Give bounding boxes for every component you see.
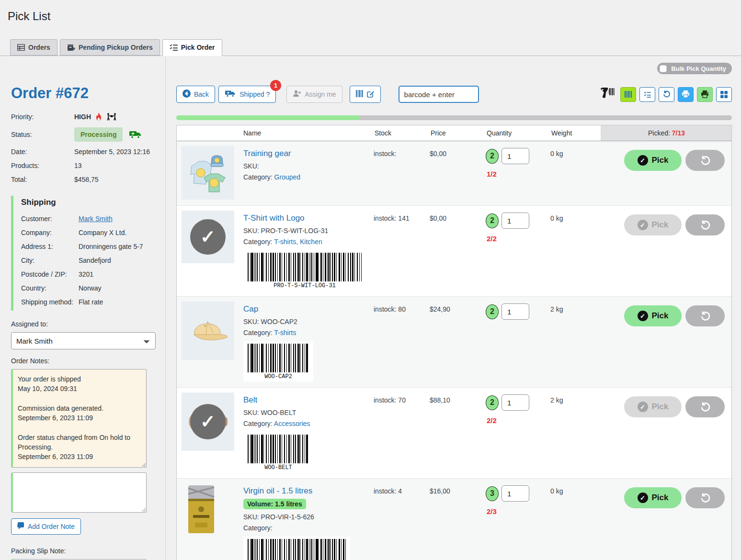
date-row: Date: September 5, 2023 12:16 (11, 148, 157, 156)
col-weight: Weight (550, 125, 601, 141)
stock-value: instock: 141 (374, 206, 430, 296)
barcode-image: PRO-T-S-WIT-LOG-31 (243, 250, 366, 291)
quantity-badge: 2 (486, 149, 499, 164)
price-value: $0,00 (430, 141, 486, 205)
price-value: $88,10 (430, 388, 486, 478)
pick-button[interactable]: ✓Pick (624, 305, 682, 326)
back-button[interactable]: Back (176, 86, 215, 103)
undo-pick-button[interactable] (685, 214, 725, 235)
undo-pick-button[interactable] (685, 487, 725, 508)
picked-fraction: 2/2 (487, 416, 550, 425)
tab-pick-order[interactable]: Pick Order (162, 39, 222, 56)
picked-fraction (487, 325, 550, 333)
undo-pick-button[interactable] (685, 150, 725, 171)
quantity-input[interactable] (502, 213, 529, 229)
pick-button[interactable]: ✓Pick (624, 396, 682, 417)
barcode-label: WOO-CAP2 (248, 372, 309, 380)
country-label: Country: (21, 284, 79, 292)
barcode-input[interactable] (399, 86, 479, 103)
shipped-button[interactable]: Shipped ? 1 (218, 86, 276, 103)
barcode-label: PRO-T-S-WIT-LOG-31 (248, 281, 362, 289)
check-circle-icon: ✓ (638, 220, 648, 230)
back-label: Back (194, 90, 209, 98)
checklist-view-button[interactable] (639, 87, 655, 102)
bulk-pick-quantity-label: Bulk Pick Quantity (671, 65, 726, 72)
print-blue-button[interactable] (678, 87, 694, 102)
quantity-badge: 2 (486, 213, 499, 228)
category-link[interactable]: T-shirts (274, 329, 296, 336)
total-row: Total: $458,75 (11, 176, 157, 183)
note-icon (17, 522, 24, 531)
products-row: Products: 13 (11, 162, 157, 169)
date-value: September 5, 2023 12:16 (74, 148, 150, 156)
grid-view-button[interactable] (716, 87, 732, 102)
pick-button[interactable]: ✓Pick (624, 214, 682, 235)
order-title-link[interactable]: Order #672 (11, 85, 89, 102)
product-name-link[interactable]: Cap (243, 304, 258, 314)
quantity-input[interactable] (502, 394, 529, 411)
customer-link[interactable]: Mark Smith (79, 215, 113, 223)
address-label: Address 1: (21, 243, 79, 250)
new-note-textarea[interactable] (11, 472, 147, 513)
tab-bar: Orders Pending Pickup Orders Pick Order (0, 39, 741, 56)
pick-progress-bar (176, 115, 732, 120)
sku-value: PRO-T-S-WIT-LOG-31 (261, 227, 329, 235)
tab-pending-pickup-orders[interactable]: Pending Pickup Orders (60, 39, 160, 56)
category-link[interactable]: Grouped (274, 173, 300, 181)
pick-button[interactable]: ✓Pick (624, 487, 682, 508)
weight-value: 0 kg (550, 479, 601, 560)
order-notes-textarea[interactable]: Your order is shipped May 10, 2024 09:31… (11, 369, 147, 468)
barcode-view-button[interactable] (620, 87, 636, 102)
quantity-input[interactable] (502, 148, 529, 164)
variation-badge: Volume: 1.5 litres (243, 499, 306, 509)
quantity-input[interactable] (502, 303, 529, 320)
category-link[interactable]: T-shirts, Kitchen (274, 238, 322, 246)
bulk-pick-quantity-toggle[interactable]: Bulk Pick Quantity (657, 63, 732, 74)
quantity-input[interactable] (502, 485, 529, 502)
undo-pick-button[interactable] (685, 305, 725, 326)
priority-row: Priority: HIGH (11, 112, 157, 121)
check-circle-icon: ✓ (638, 311, 648, 321)
assign-me-button[interactable]: Assign me (286, 86, 342, 103)
pick-button[interactable]: ✓Pick (624, 150, 682, 171)
category-link[interactable]: Accessories (274, 420, 310, 427)
picked-fraction: 2/2 (487, 235, 550, 243)
stock-value: instock: 70 (374, 388, 430, 478)
barcode-edit-button[interactable] (350, 86, 381, 103)
packing-slip-label: Packing Slip Note: (11, 547, 157, 555)
check-circle-icon: ✓ (638, 402, 648, 412)
product-name-link[interactable]: Belt (243, 395, 257, 405)
print-green-button[interactable] (697, 87, 713, 102)
add-order-note-button[interactable]: Add Order Note (11, 518, 81, 535)
truck-icon (225, 90, 236, 99)
picked-check-overlay: ✓ (190, 219, 226, 255)
pick-order-panel: Bulk Pick Quantity Back Shipped ? 1 (165, 56, 741, 560)
pick-toolbar: Back Shipped ? 1 Assign me (176, 86, 732, 103)
product-name-link[interactable]: Training gear (243, 149, 291, 158)
company-label: Company: (21, 229, 79, 236)
barcode-icon (356, 90, 364, 99)
barcode-image: WOO-BELT (243, 432, 313, 472)
undo-pick-button[interactable] (685, 396, 725, 417)
product-thumbnail-belt: ✓ (182, 392, 234, 451)
stock-value: instock: 80 (374, 297, 430, 387)
flame-icon (95, 112, 103, 121)
checkbox-icon[interactable] (660, 65, 667, 72)
reset-button[interactable] (659, 87, 674, 102)
col-name: Name (236, 125, 374, 141)
quantity-badge: 2 (486, 304, 499, 319)
product-thumbnail-training-gear (182, 146, 234, 200)
pick-progress-fill (176, 115, 360, 120)
scanner-icon (600, 87, 615, 101)
truck-icon[interactable] (129, 130, 142, 139)
status-row: Status: Processing (11, 127, 157, 142)
product-name-link[interactable]: T-Shirt with Logo (243, 213, 305, 223)
tab-orders[interactable]: Orders (10, 39, 57, 56)
date-label: Date: (11, 148, 74, 156)
weight-value: 2 kg (550, 297, 601, 387)
shipping-method-label: Shipping method: (21, 298, 79, 306)
product-name-link[interactable]: Virgin oil - 1.5 litres (243, 486, 312, 496)
weight-value: 0 kg (550, 206, 601, 296)
assign-me-label: Assign me (305, 90, 336, 98)
assignee-select[interactable]: Mark Smith (11, 332, 156, 349)
